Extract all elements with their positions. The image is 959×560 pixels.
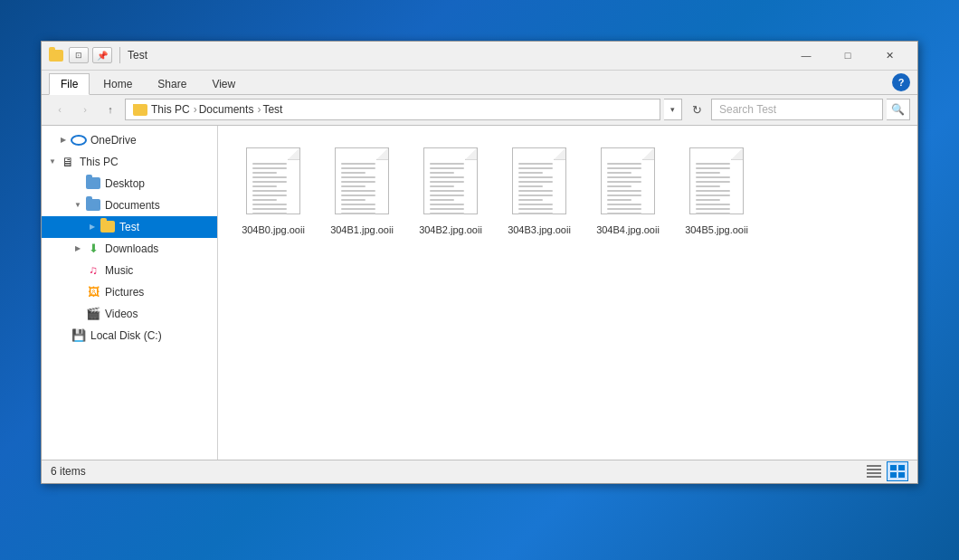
large-icons-view-button[interactable] (887, 461, 908, 481)
details-view-icon (867, 465, 881, 478)
doc-line (696, 208, 730, 210)
close-button[interactable]: ✕ (869, 41, 910, 70)
file-item[interactable]: 304B1.jpg.ooii (321, 140, 403, 243)
file-item[interactable]: 304B4.jpg.ooii (587, 140, 669, 243)
doc-lines-4 (607, 163, 641, 217)
doc-line (607, 204, 641, 205)
sidebar-item-localdisk[interactable]: ▶ 💾 Local Disk (C:) (42, 325, 217, 346)
doc-line (341, 190, 375, 192)
doc-line (696, 185, 720, 187)
maximize-button[interactable]: □ (827, 41, 869, 70)
forward-button[interactable]: › (74, 99, 96, 120)
main-area: ▶ OneDrive ▼ 🖥 This PC ▶ Desktop (42, 126, 917, 460)
svg-rect-0 (867, 465, 881, 467)
test-folder-icon (100, 220, 116, 234)
doc-line (341, 195, 375, 196)
doc-lines-0 (252, 163, 287, 217)
path-arrow-1: › (194, 103, 197, 116)
svg-rect-3 (867, 476, 881, 478)
tab-share[interactable]: Share (146, 73, 198, 94)
file-name-4: 304B4.jpg.ooii (596, 223, 660, 236)
sidebar-item-onedrive[interactable]: ▶ OneDrive (42, 129, 217, 151)
address-dropdown-button[interactable]: ▾ (664, 99, 682, 120)
address-path[interactable]: This PC › Documents › Test (125, 99, 660, 120)
sidebar-item-test[interactable]: ▶ Test (42, 216, 217, 238)
doc-line (607, 176, 641, 178)
doc-line (518, 213, 553, 214)
expand-downloads[interactable]: ▶ (71, 242, 85, 256)
doc-line (252, 208, 287, 210)
documents-folder-icon (85, 198, 101, 213)
quick-access-button[interactable]: ⊡ (69, 47, 89, 63)
file-thumb-5 (686, 147, 747, 220)
file-name-0: 304B0.jpg.ooii (242, 223, 305, 236)
title-separator (119, 47, 120, 63)
up-button[interactable]: ↑ (100, 99, 121, 120)
sidebar-item-videos[interactable]: ▶ 🎬 Videos (42, 303, 217, 325)
sidebar-item-music[interactable]: ▶ ♫ Music (42, 260, 217, 281)
minimize-button[interactable]: — (785, 41, 827, 70)
path-thispc-label: This PC (151, 103, 190, 116)
svg-rect-1 (867, 469, 881, 470)
refresh-button[interactable]: ↻ (686, 99, 707, 120)
doc-line (607, 199, 631, 201)
window-icon (49, 48, 63, 62)
doc-icon-1 (335, 147, 389, 214)
large-icons-view-icon (890, 465, 905, 478)
file-item[interactable]: 304B3.jpg.ooii (498, 140, 580, 243)
file-item[interactable]: 304B0.jpg.ooii (233, 140, 314, 243)
sidebar-label-localdisk: Local Disk (C:) (90, 329, 162, 342)
doc-icon-5 (689, 147, 744, 214)
help-button[interactable]: ? (892, 73, 910, 91)
search-box[interactable]: Search Test (711, 99, 883, 120)
doc-line (607, 213, 641, 214)
doc-line (252, 190, 287, 192)
file-name-5: 304B5.jpg.ooii (685, 223, 748, 236)
search-button[interactable]: 🔍 (887, 99, 910, 120)
pictures-icon: 🖼 (85, 285, 101, 299)
tab-home[interactable]: Home (91, 73, 144, 94)
sidebar: ▶ OneDrive ▼ 🖥 This PC ▶ Desktop (42, 126, 218, 460)
expand-documents[interactable]: ▼ (71, 198, 85, 213)
doc-line (607, 195, 641, 196)
svg-rect-4 (890, 465, 897, 470)
explorer-window: ⊡ 📌 Test — □ ✕ File Home Share View ? ‹ … (41, 41, 918, 484)
expand-thispc[interactable]: ▼ (45, 155, 60, 169)
computer-icon: 🖥 (60, 155, 76, 169)
doc-line (252, 199, 277, 201)
desktop-folder-icon (85, 176, 101, 191)
doc-line (518, 185, 543, 187)
details-view-button[interactable] (863, 461, 885, 481)
expand-test: ▶ (85, 220, 100, 234)
tab-view[interactable]: View (200, 73, 247, 94)
view-buttons (863, 461, 908, 481)
pin-button[interactable]: 📌 (92, 47, 112, 63)
onedrive-icon (71, 133, 87, 147)
file-item[interactable]: 304B5.jpg.ooii (676, 140, 757, 243)
doc-line (252, 195, 287, 196)
tab-file[interactable]: File (49, 73, 90, 95)
sidebar-item-downloads[interactable]: ▶ ⬇ Downloads (42, 238, 217, 260)
sidebar-label-downloads: Downloads (105, 242, 158, 255)
search-placeholder: Search Test (719, 103, 776, 116)
doc-line (430, 185, 454, 187)
doc-line (518, 163, 553, 165)
sidebar-item-desktop[interactable]: ▶ Desktop (42, 173, 217, 195)
doc-line (518, 181, 553, 183)
doc-line (341, 181, 375, 183)
doc-icon-3 (512, 147, 566, 214)
sidebar-item-thispc[interactable]: ▼ 🖥 This PC (42, 151, 217, 173)
expand-onedrive[interactable]: ▶ (56, 133, 71, 147)
ribbon: File Home Share View ? (42, 71, 917, 95)
doc-line (341, 163, 375, 165)
doc-line (696, 167, 730, 169)
sidebar-item-pictures[interactable]: ▶ 🖼 Pictures (42, 281, 217, 303)
sidebar-label-music: Music (105, 264, 133, 277)
file-item[interactable]: 304B2.jpg.ooii (410, 140, 491, 243)
file-name-2: 304B2.jpg.ooii (419, 223, 482, 236)
doc-line (518, 167, 553, 169)
sidebar-item-documents[interactable]: ▼ Documents (42, 195, 217, 216)
back-button[interactable]: ‹ (49, 99, 71, 120)
svg-rect-6 (890, 472, 897, 478)
svg-rect-7 (898, 472, 905, 478)
